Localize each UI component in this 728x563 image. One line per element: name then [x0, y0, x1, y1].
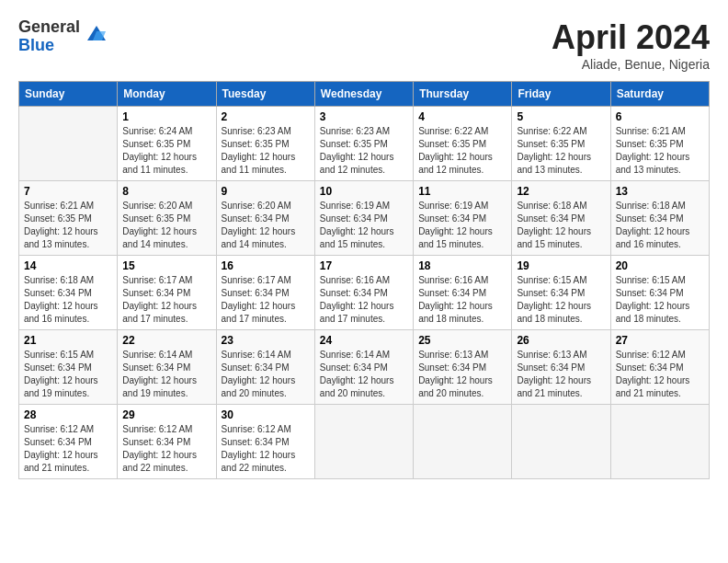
calendar-week-row: 28Sunrise: 6:12 AMSunset: 6:34 PMDayligh… — [19, 405, 710, 479]
logo-blue: Blue — [18, 37, 80, 55]
calendar-cell — [414, 405, 512, 479]
day-number: 14 — [24, 259, 112, 272]
day-number: 4 — [418, 110, 506, 123]
calendar-cell: 10Sunrise: 6:19 AMSunset: 6:34 PMDayligh… — [314, 181, 413, 256]
day-info: Sunrise: 6:16 AMSunset: 6:34 PMDaylight:… — [320, 274, 408, 326]
title-area: April 2024 Aliade, Benue, Nigeria — [552, 18, 710, 72]
calendar-cell: 17Sunrise: 6:16 AMSunset: 6:34 PMDayligh… — [314, 256, 413, 330]
day-info: Sunrise: 6:13 AMSunset: 6:34 PMDaylight:… — [418, 349, 506, 400]
logo-general: General — [18, 18, 80, 37]
calendar-cell: 22Sunrise: 6:14 AMSunset: 6:34 PMDayligh… — [118, 330, 216, 405]
day-info: Sunrise: 6:12 AMSunset: 6:34 PMDaylight:… — [616, 349, 704, 400]
calendar-cell: 23Sunrise: 6:14 AMSunset: 6:34 PMDayligh… — [216, 330, 314, 405]
day-info: Sunrise: 6:24 AMSunset: 6:35 PMDaylight:… — [122, 125, 210, 177]
day-info: Sunrise: 6:15 AMSunset: 6:34 PMDaylight:… — [616, 274, 704, 326]
logo: General Blue — [18, 18, 109, 55]
day-number: 18 — [418, 259, 506, 272]
day-number: 28 — [24, 408, 112, 421]
calendar-cell — [610, 405, 709, 479]
day-info: Sunrise: 6:22 AMSunset: 6:35 PMDaylight:… — [517, 125, 605, 177]
calendar-cell: 15Sunrise: 6:17 AMSunset: 6:34 PMDayligh… — [118, 256, 216, 330]
day-number: 10 — [320, 185, 408, 198]
day-info: Sunrise: 6:19 AMSunset: 6:34 PMDaylight:… — [320, 200, 408, 251]
day-info: Sunrise: 6:20 AMSunset: 6:35 PMDaylight:… — [122, 200, 210, 251]
calendar-cell: 25Sunrise: 6:13 AMSunset: 6:34 PMDayligh… — [414, 330, 512, 405]
day-info: Sunrise: 6:12 AMSunset: 6:34 PMDaylight:… — [24, 423, 112, 475]
location: Aliade, Benue, Nigeria — [552, 57, 710, 72]
calendar-cell — [512, 405, 610, 479]
calendar-cell: 1Sunrise: 6:24 AMSunset: 6:35 PMDaylight… — [118, 107, 216, 181]
day-info: Sunrise: 6:18 AMSunset: 6:34 PMDaylight:… — [616, 200, 704, 251]
day-number: 25 — [418, 334, 506, 347]
day-info: Sunrise: 6:13 AMSunset: 6:34 PMDaylight:… — [517, 349, 605, 400]
calendar: SundayMondayTuesdayWednesdayThursdayFrid… — [18, 81, 710, 479]
day-info: Sunrise: 6:15 AMSunset: 6:34 PMDaylight:… — [517, 274, 605, 326]
day-number: 22 — [122, 334, 210, 347]
day-number: 17 — [320, 259, 408, 272]
day-number: 20 — [616, 259, 704, 272]
day-number: 5 — [517, 110, 605, 123]
calendar-cell: 29Sunrise: 6:12 AMSunset: 6:34 PMDayligh… — [118, 405, 216, 479]
calendar-cell: 3Sunrise: 6:23 AMSunset: 6:35 PMDaylight… — [314, 107, 413, 181]
day-info: Sunrise: 6:14 AMSunset: 6:34 PMDaylight:… — [122, 349, 210, 400]
calendar-cell: 18Sunrise: 6:16 AMSunset: 6:34 PMDayligh… — [414, 256, 512, 330]
calendar-cell: 12Sunrise: 6:18 AMSunset: 6:34 PMDayligh… — [512, 181, 610, 256]
calendar-cell: 30Sunrise: 6:12 AMSunset: 6:34 PMDayligh… — [216, 405, 314, 479]
calendar-cell: 14Sunrise: 6:18 AMSunset: 6:34 PMDayligh… — [19, 256, 118, 330]
day-info: Sunrise: 6:20 AMSunset: 6:34 PMDaylight:… — [222, 200, 310, 251]
column-header-monday: Monday — [118, 82, 216, 107]
column-header-thursday: Thursday — [414, 82, 512, 107]
calendar-week-row: 21Sunrise: 6:15 AMSunset: 6:34 PMDayligh… — [19, 330, 710, 405]
logo-text: General Blue — [18, 18, 80, 55]
day-number: 9 — [222, 185, 310, 198]
calendar-week-row: 7Sunrise: 6:21 AMSunset: 6:35 PMDaylight… — [19, 181, 710, 256]
day-info: Sunrise: 6:14 AMSunset: 6:34 PMDaylight:… — [222, 349, 310, 400]
calendar-cell — [314, 405, 413, 479]
day-number: 30 — [222, 408, 310, 421]
logo-icon — [84, 22, 109, 48]
calendar-cell: 13Sunrise: 6:18 AMSunset: 6:34 PMDayligh… — [610, 181, 709, 256]
calendar-cell: 5Sunrise: 6:22 AMSunset: 6:35 PMDaylight… — [512, 107, 610, 181]
day-number: 1 — [122, 110, 210, 123]
calendar-cell: 20Sunrise: 6:15 AMSunset: 6:34 PMDayligh… — [610, 256, 709, 330]
calendar-cell: 27Sunrise: 6:12 AMSunset: 6:34 PMDayligh… — [610, 330, 709, 405]
day-info: Sunrise: 6:14 AMSunset: 6:34 PMDaylight:… — [320, 349, 408, 400]
day-number: 19 — [517, 259, 605, 272]
day-number: 7 — [24, 185, 112, 198]
calendar-cell: 28Sunrise: 6:12 AMSunset: 6:34 PMDayligh… — [19, 405, 118, 479]
day-info: Sunrise: 6:23 AMSunset: 6:35 PMDaylight:… — [222, 125, 310, 177]
column-header-friday: Friday — [512, 82, 610, 107]
calendar-cell — [19, 107, 118, 181]
day-info: Sunrise: 6:17 AMSunset: 6:34 PMDaylight:… — [222, 274, 310, 326]
day-info: Sunrise: 6:18 AMSunset: 6:34 PMDaylight:… — [24, 274, 112, 326]
day-info: Sunrise: 6:21 AMSunset: 6:35 PMDaylight:… — [24, 200, 112, 251]
day-number: 11 — [418, 185, 506, 198]
day-number: 27 — [616, 334, 704, 347]
calendar-cell: 8Sunrise: 6:20 AMSunset: 6:35 PMDaylight… — [118, 181, 216, 256]
calendar-cell: 2Sunrise: 6:23 AMSunset: 6:35 PMDaylight… — [216, 107, 314, 181]
day-number: 8 — [122, 185, 210, 198]
day-info: Sunrise: 6:18 AMSunset: 6:34 PMDaylight:… — [517, 200, 605, 251]
calendar-cell: 9Sunrise: 6:20 AMSunset: 6:34 PMDaylight… — [216, 181, 314, 256]
calendar-cell: 24Sunrise: 6:14 AMSunset: 6:34 PMDayligh… — [314, 330, 413, 405]
day-number: 23 — [222, 334, 310, 347]
calendar-cell: 16Sunrise: 6:17 AMSunset: 6:34 PMDayligh… — [216, 256, 314, 330]
day-number: 2 — [222, 110, 310, 123]
calendar-cell: 4Sunrise: 6:22 AMSunset: 6:35 PMDaylight… — [414, 107, 512, 181]
calendar-cell: 11Sunrise: 6:19 AMSunset: 6:34 PMDayligh… — [414, 181, 512, 256]
column-header-wednesday: Wednesday — [314, 82, 413, 107]
day-info: Sunrise: 6:16 AMSunset: 6:34 PMDaylight:… — [418, 274, 506, 326]
day-info: Sunrise: 6:15 AMSunset: 6:34 PMDaylight:… — [24, 349, 112, 400]
day-number: 16 — [222, 259, 310, 272]
day-number: 13 — [616, 185, 704, 198]
calendar-week-row: 1Sunrise: 6:24 AMSunset: 6:35 PMDaylight… — [19, 107, 710, 181]
day-info: Sunrise: 6:19 AMSunset: 6:34 PMDaylight:… — [418, 200, 506, 251]
day-info: Sunrise: 6:12 AMSunset: 6:34 PMDaylight:… — [122, 423, 210, 475]
calendar-cell: 6Sunrise: 6:21 AMSunset: 6:35 PMDaylight… — [610, 107, 709, 181]
day-number: 21 — [24, 334, 112, 347]
column-header-saturday: Saturday — [610, 82, 709, 107]
calendar-cell: 19Sunrise: 6:15 AMSunset: 6:34 PMDayligh… — [512, 256, 610, 330]
day-number: 15 — [122, 259, 210, 272]
day-number: 6 — [616, 110, 704, 123]
day-number: 26 — [517, 334, 605, 347]
